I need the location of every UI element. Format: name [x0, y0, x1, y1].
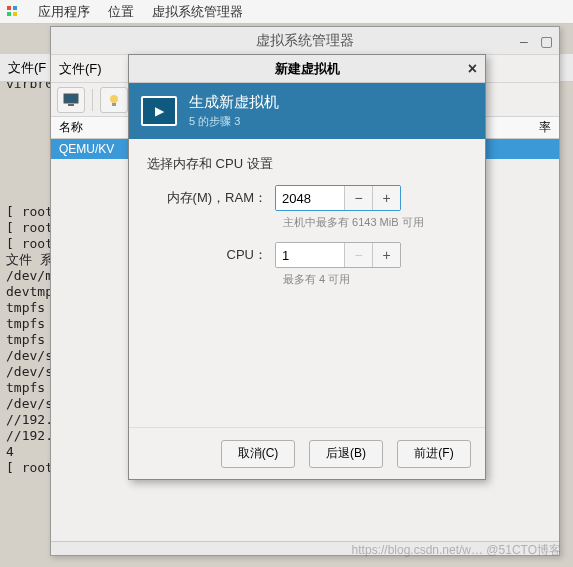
memory-spinner: − +	[275, 185, 401, 211]
dialog-header: 生成新虚拟机 5 的步骤 3	[129, 83, 485, 139]
open-button[interactable]	[100, 87, 128, 113]
maximize-icon[interactable]: ▢	[539, 34, 553, 48]
apps-icon	[6, 5, 20, 19]
svg-rect-2	[7, 12, 11, 16]
col-name[interactable]: 名称	[59, 119, 83, 136]
monitor-icon	[63, 93, 79, 107]
svg-rect-1	[13, 6, 17, 10]
menu-places[interactable]: 位置	[108, 3, 134, 21]
new-vm-button[interactable]	[57, 87, 85, 113]
dialog-titlebar: 新建虚拟机 ×	[129, 55, 485, 83]
toolbar-separator	[92, 89, 93, 111]
vmm-menu-file[interactable]: 文件(F)	[59, 60, 102, 78]
cpu-spinner: − +	[275, 242, 401, 268]
cpu-minus-button[interactable]: −	[344, 243, 372, 267]
svg-rect-7	[112, 103, 116, 106]
menu-apps[interactable]: 应用程序	[38, 3, 90, 21]
memory-label: 内存(M)，RAM：	[147, 189, 275, 207]
vmm-title-text: 虚拟系统管理器	[256, 32, 354, 50]
vm-monitor-icon	[141, 96, 177, 126]
back-button[interactable]: 后退(B)	[309, 440, 383, 468]
dialog-buttons: 取消(C) 后退(B) 前进(F)	[129, 427, 485, 479]
desktop-menubar: 应用程序 位置 虚拟系统管理器	[0, 0, 573, 24]
memory-row: 内存(M)，RAM： − +	[147, 185, 467, 211]
dialog-header-title: 生成新虚拟机	[189, 93, 279, 112]
col-rate[interactable]: 率	[539, 119, 551, 136]
memory-hint: 主机中最多有 6143 MiB 可用	[283, 215, 467, 230]
cpu-label: CPU：	[147, 246, 275, 264]
cpu-input[interactable]	[276, 243, 344, 267]
section-label: 选择内存和 CPU 设置	[147, 155, 467, 173]
watermark: https://blog.csdn.net/w… @51CTO博客	[352, 542, 561, 559]
cpu-plus-button[interactable]: +	[372, 243, 400, 267]
svg-rect-0	[7, 6, 11, 10]
cancel-button[interactable]: 取消(C)	[221, 440, 295, 468]
memory-plus-button[interactable]: +	[372, 186, 400, 210]
minimize-icon[interactable]: –	[517, 34, 531, 48]
svg-rect-4	[64, 94, 78, 103]
lightbulb-icon	[107, 93, 121, 107]
memory-input[interactable]	[276, 186, 344, 210]
row-label: QEMU/KV	[59, 142, 114, 156]
new-vm-dialog: 新建虚拟机 × 生成新虚拟机 5 的步骤 3 选择内存和 CPU 设置 内存(M…	[128, 54, 486, 480]
dialog-title: 新建虚拟机	[275, 60, 340, 78]
cpu-hint: 最多有 4 可用	[283, 272, 467, 287]
dialog-step: 5 的步骤 3	[189, 114, 279, 129]
svg-rect-3	[13, 12, 17, 16]
menu-vmm[interactable]: 虚拟系统管理器	[152, 3, 243, 21]
cpu-row: CPU： − +	[147, 242, 467, 268]
vmm-titlebar: 虚拟系统管理器 – ▢	[51, 27, 559, 55]
close-icon[interactable]: ×	[468, 60, 477, 78]
svg-rect-5	[68, 104, 74, 106]
memory-minus-button[interactable]: −	[344, 186, 372, 210]
svg-point-6	[110, 95, 118, 103]
dialog-body: 选择内存和 CPU 设置 内存(M)，RAM： − + 主机中最多有 6143 …	[129, 139, 485, 427]
forward-button[interactable]: 前进(F)	[397, 440, 471, 468]
